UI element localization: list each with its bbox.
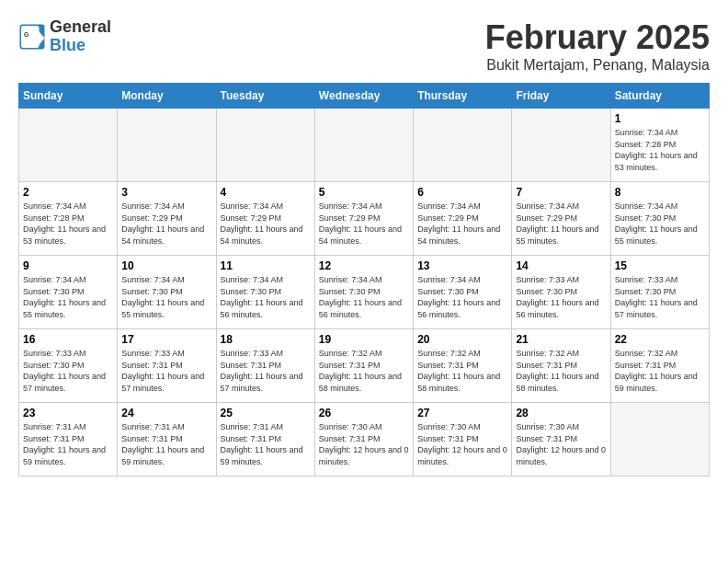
day-number: 5: [319, 186, 409, 199]
day-info: Sunrise: 7:34 AMSunset: 7:29 PMDaylight:…: [121, 201, 211, 247]
day-number: 19: [319, 333, 409, 346]
weekday-header-monday: Monday: [118, 84, 216, 109]
calendar-cell: 11Sunrise: 7:34 AMSunset: 7:30 PMDayligh…: [216, 256, 314, 329]
day-info: Sunrise: 7:31 AMSunset: 7:31 PMDaylight:…: [221, 421, 311, 467]
day-number: 7: [516, 186, 606, 199]
calendar-cell: 8Sunrise: 7:34 AMSunset: 7:30 PMDaylight…: [610, 182, 709, 256]
weekday-header-sunday: Sunday: [19, 84, 118, 109]
calendar-cell: 20Sunrise: 7:32 AMSunset: 7:31 PMDayligh…: [414, 329, 512, 403]
day-info: Sunrise: 7:34 AMSunset: 7:29 PMDaylight:…: [319, 201, 409, 247]
logo-blue-text: Blue: [50, 37, 111, 55]
weekday-header-thursday: Thursday: [414, 84, 512, 109]
weekday-header-tuesday: Tuesday: [216, 84, 314, 109]
calendar-cell: 28Sunrise: 7:30 AMSunset: 7:31 PMDayligh…: [512, 403, 610, 477]
weekday-header-wednesday: Wednesday: [314, 84, 413, 109]
day-info: Sunrise: 7:31 AMSunset: 7:31 PMDaylight:…: [121, 421, 211, 467]
calendar-cell: 16Sunrise: 7:33 AMSunset: 7:30 PMDayligh…: [19, 329, 118, 403]
day-info: Sunrise: 7:34 AMSunset: 7:30 PMDaylight:…: [121, 274, 211, 320]
day-info: Sunrise: 7:33 AMSunset: 7:30 PMDaylight:…: [516, 274, 606, 320]
day-info: Sunrise: 7:34 AMSunset: 7:28 PMDaylight:…: [23, 201, 113, 247]
day-number: 16: [23, 333, 113, 346]
day-info: Sunrise: 7:34 AMSunset: 7:30 PMDaylight:…: [319, 274, 409, 320]
day-number: 14: [516, 259, 606, 272]
calendar-cell: 22Sunrise: 7:32 AMSunset: 7:31 PMDayligh…: [610, 329, 709, 403]
day-info: Sunrise: 7:34 AMSunset: 7:29 PMDaylight:…: [417, 201, 507, 247]
calendar-cell: 12Sunrise: 7:34 AMSunset: 7:30 PMDayligh…: [314, 256, 413, 329]
weekday-header-friday: Friday: [512, 84, 610, 109]
calendar-week-1: 1Sunrise: 7:34 AMSunset: 7:28 PMDaylight…: [19, 109, 710, 182]
calendar-cell: 21Sunrise: 7:32 AMSunset: 7:31 PMDayligh…: [512, 329, 610, 403]
calendar-cell: 25Sunrise: 7:31 AMSunset: 7:31 PMDayligh…: [216, 403, 314, 477]
day-info: Sunrise: 7:30 AMSunset: 7:31 PMDaylight:…: [417, 421, 507, 467]
calendar-body: 1Sunrise: 7:34 AMSunset: 7:28 PMDaylight…: [19, 109, 710, 477]
location-subtitle: Bukit Mertajam, Penang, Malaysia: [485, 57, 710, 74]
calendar-cell: 4Sunrise: 7:34 AMSunset: 7:29 PMDaylight…: [216, 182, 314, 256]
day-info: Sunrise: 7:34 AMSunset: 7:30 PMDaylight:…: [417, 274, 507, 320]
calendar-cell: 18Sunrise: 7:33 AMSunset: 7:31 PMDayligh…: [216, 329, 314, 403]
logo-text: General Blue: [50, 18, 111, 55]
calendar-cell: 15Sunrise: 7:33 AMSunset: 7:30 PMDayligh…: [610, 256, 709, 329]
page-header: G General Blue February 2025 Bukit Merta…: [18, 18, 710, 74]
calendar-cell: 24Sunrise: 7:31 AMSunset: 7:31 PMDayligh…: [118, 403, 216, 477]
day-number: 15: [615, 259, 705, 272]
day-info: Sunrise: 7:32 AMSunset: 7:31 PMDaylight:…: [516, 348, 606, 394]
calendar-header: SundayMondayTuesdayWednesdayThursdayFrid…: [19, 84, 710, 109]
day-number: 20: [417, 333, 507, 346]
day-number: 2: [23, 186, 113, 199]
day-info: Sunrise: 7:30 AMSunset: 7:31 PMDaylight:…: [319, 421, 409, 467]
calendar-cell: 1Sunrise: 7:34 AMSunset: 7:28 PMDaylight…: [610, 109, 709, 182]
calendar-week-4: 16Sunrise: 7:33 AMSunset: 7:30 PMDayligh…: [19, 329, 710, 403]
day-info: Sunrise: 7:34 AMSunset: 7:29 PMDaylight:…: [221, 201, 311, 247]
calendar-cell: [118, 109, 216, 182]
day-number: 24: [121, 407, 211, 419]
calendar-cell: 3Sunrise: 7:34 AMSunset: 7:29 PMDaylight…: [118, 182, 216, 256]
day-info: Sunrise: 7:34 AMSunset: 7:30 PMDaylight:…: [221, 274, 311, 320]
day-number: 12: [319, 259, 409, 272]
weekday-header-saturday: Saturday: [610, 84, 709, 109]
day-number: 4: [221, 186, 311, 199]
day-info: Sunrise: 7:32 AMSunset: 7:31 PMDaylight:…: [417, 348, 507, 394]
day-info: Sunrise: 7:31 AMSunset: 7:31 PMDaylight:…: [23, 421, 113, 467]
day-number: 9: [23, 259, 113, 272]
day-number: 3: [121, 186, 211, 199]
calendar-cell: 5Sunrise: 7:34 AMSunset: 7:29 PMDaylight…: [314, 182, 413, 256]
day-info: Sunrise: 7:33 AMSunset: 7:30 PMDaylight:…: [23, 348, 113, 394]
day-info: Sunrise: 7:32 AMSunset: 7:31 PMDaylight:…: [319, 348, 409, 394]
calendar-cell: 23Sunrise: 7:31 AMSunset: 7:31 PMDayligh…: [19, 403, 118, 477]
header-row: SundayMondayTuesdayWednesdayThursdayFrid…: [19, 84, 710, 109]
day-info: Sunrise: 7:34 AMSunset: 7:30 PMDaylight:…: [615, 201, 705, 247]
day-number: 28: [516, 407, 606, 419]
calendar-cell: [19, 109, 118, 182]
day-number: 6: [417, 186, 507, 199]
day-info: Sunrise: 7:33 AMSunset: 7:31 PMDaylight:…: [121, 348, 211, 394]
calendar-table: SundayMondayTuesdayWednesdayThursdayFrid…: [18, 83, 710, 477]
day-number: 13: [417, 259, 507, 272]
day-info: Sunrise: 7:34 AMSunset: 7:29 PMDaylight:…: [516, 201, 606, 247]
month-title: February 2025: [485, 18, 710, 57]
calendar-cell: [610, 403, 709, 477]
title-block: February 2025 Bukit Mertajam, Penang, Ma…: [485, 18, 710, 74]
logo-general-text: General: [50, 18, 111, 37]
calendar-week-5: 23Sunrise: 7:31 AMSunset: 7:31 PMDayligh…: [19, 403, 710, 477]
day-info: Sunrise: 7:33 AMSunset: 7:30 PMDaylight:…: [615, 274, 705, 320]
logo-icon: G: [18, 23, 46, 51]
calendar-cell: 7Sunrise: 7:34 AMSunset: 7:29 PMDaylight…: [512, 182, 610, 256]
day-number: 27: [417, 407, 507, 419]
calendar-cell: 10Sunrise: 7:34 AMSunset: 7:30 PMDayligh…: [118, 256, 216, 329]
day-info: Sunrise: 7:34 AMSunset: 7:28 PMDaylight:…: [615, 127, 705, 173]
calendar-cell: [512, 109, 610, 182]
day-number: 22: [615, 333, 705, 346]
calendar-cell: 9Sunrise: 7:34 AMSunset: 7:30 PMDaylight…: [19, 256, 118, 329]
svg-text:G: G: [24, 31, 28, 38]
calendar-cell: 26Sunrise: 7:30 AMSunset: 7:31 PMDayligh…: [314, 403, 413, 477]
day-info: Sunrise: 7:32 AMSunset: 7:31 PMDaylight:…: [615, 348, 705, 394]
day-number: 10: [121, 259, 211, 272]
day-number: 11: [221, 259, 311, 272]
calendar-week-3: 9Sunrise: 7:34 AMSunset: 7:30 PMDaylight…: [19, 256, 710, 329]
day-number: 21: [516, 333, 606, 346]
logo: G General Blue: [18, 18, 111, 55]
day-number: 25: [221, 407, 311, 419]
day-info: Sunrise: 7:34 AMSunset: 7:30 PMDaylight:…: [23, 274, 113, 320]
calendar-cell: 17Sunrise: 7:33 AMSunset: 7:31 PMDayligh…: [118, 329, 216, 403]
calendar-cell: 27Sunrise: 7:30 AMSunset: 7:31 PMDayligh…: [414, 403, 512, 477]
